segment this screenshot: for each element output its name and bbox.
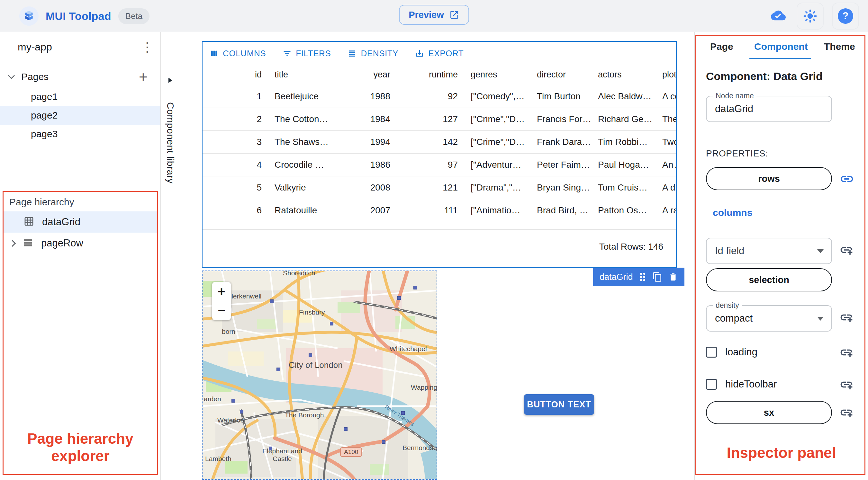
cell-runtime[interactable]: 127 [397,108,464,130]
column-header-genres[interactable]: genres [464,65,530,85]
cell-title[interactable]: Ratatouille [268,199,336,222]
tab-component[interactable]: Component [754,41,808,52]
table-row[interactable]: 4Crocodile …198697["Adventur…Peter Faim…… [203,153,676,176]
cell-year[interactable]: 2008 [336,176,397,199]
delete-icon[interactable] [669,272,678,282]
drag-handle-icon[interactable] [639,272,647,282]
help-button[interactable]: ? [832,3,859,30]
cell-plot[interactable]: A rat [656,199,676,222]
cell-year[interactable]: 1994 [336,130,397,153]
theme-toggle-button[interactable] [797,3,824,30]
cell-runtime[interactable]: 97 [397,153,464,176]
table-row[interactable]: 1Beetlejuice198892["Comedy",…Tim BurtonA… [203,85,676,108]
add-link-icon[interactable] [839,378,854,393]
table-row[interactable]: 2The Cotton…1984127["Crime","D…Francis F… [203,108,676,130]
cell-runtime[interactable]: 111 [397,199,464,222]
datagrid-selection-chip[interactable]: dataGrid [593,268,684,286]
add-link-icon[interactable] [839,406,854,421]
filters-button[interactable]: FILTERS [283,49,331,59]
column-header-title[interactable]: title [268,65,336,85]
hidetoolbar-checkbox[interactable] [706,379,717,390]
cell-id[interactable]: 4 [203,153,268,176]
cell-runtime[interactable]: 92 [397,85,464,108]
cell-year[interactable]: 2007 [336,199,397,222]
cell-genres[interactable]: ["Adventur… [464,153,530,176]
hierarchy-item-datagrid[interactable]: dataGrid [3,212,157,233]
cell-genres[interactable]: ["Animatio… [464,199,530,222]
cell-director[interactable]: Bryan Sing… [530,176,591,199]
tab-theme[interactable]: Theme [824,41,855,52]
duplicate-icon[interactable] [652,272,662,282]
cell-plot[interactable]: The s [656,108,676,130]
id-field-select[interactable]: Id field [706,238,832,264]
cell-title[interactable]: Beetlejuice [268,85,336,108]
zoom-out-button[interactable]: − [212,301,231,320]
cell-id[interactable]: 5 [203,176,268,199]
cell-director[interactable]: Brad Bird, … [530,199,591,222]
preview-button[interactable]: Preview [399,5,469,25]
cell-title[interactable]: The Shaws… [268,130,336,153]
cell-year[interactable]: 1984 [336,108,397,130]
cell-director[interactable]: Frank Dara… [530,130,591,153]
density-select[interactable]: density compact [706,305,832,331]
sx-property-button[interactable]: sx [706,401,832,424]
cell-plot[interactable]: An Am [656,153,676,176]
density-button[interactable]: DENSITY [347,49,398,59]
cell-director[interactable]: Francis For… [530,108,591,130]
cell-id[interactable]: 3 [203,130,268,153]
map-component[interactable]: ShoreditchClerkenwellFinsburybornWhitech… [202,270,437,480]
sidebar-item-page3[interactable]: page3 [0,125,160,143]
hierarchy-item-pagerow[interactable]: pageRow [3,233,157,254]
cell-actors[interactable]: Tim Robbi… [591,130,656,153]
cell-genres[interactable]: ["Crime","D… [464,130,530,153]
link-icon[interactable] [839,171,854,188]
rows-property-button[interactable]: rows [706,167,832,190]
cell-actors[interactable]: Tom Cruis… [591,176,656,199]
column-header-id[interactable]: id [203,65,268,85]
cell-director[interactable]: Tim Burton [530,85,591,108]
cell-year[interactable]: 1988 [336,85,397,108]
canvas-button-component[interactable]: BUTTON TEXT [524,394,594,415]
project-menu-button[interactable]: ⋮ [141,39,154,55]
pages-section-header[interactable]: Pages + [0,67,160,87]
selection-property-button[interactable]: selection [706,268,832,291]
cell-genres[interactable]: ["Crime","D… [464,108,530,130]
add-link-icon[interactable] [839,243,854,258]
table-row[interactable]: 5Valkyrie2008121["Drama","…Bryan Sing…To… [203,176,676,199]
cell-title[interactable]: The Cotton… [268,108,336,130]
cell-actors[interactable]: Alec Baldw… [591,85,656,108]
column-header-year[interactable]: year [336,65,397,85]
column-header-plot[interactable]: plot [656,65,676,85]
cell-year[interactable]: 1986 [336,153,397,176]
add-link-icon[interactable] [839,345,854,361]
add-page-button[interactable]: + [139,68,148,86]
export-button[interactable]: EXPORT [415,49,464,59]
sidebar-item-page1[interactable]: page1 [0,87,160,106]
cell-director[interactable]: Peter Faim… [530,153,591,176]
tab-page[interactable]: Page [710,41,733,52]
cell-plot[interactable]: A dra [656,176,676,199]
column-header-runtime[interactable]: runtime [397,65,464,85]
cell-genres[interactable]: ["Drama","… [464,176,530,199]
table-row[interactable]: 3The Shaws…1994142["Crime","D…Frank Dara… [203,130,676,153]
zoom-in-button[interactable]: + [212,282,231,301]
cell-title[interactable]: Crocodile … [268,153,336,176]
cell-runtime[interactable]: 121 [397,176,464,199]
node-name-field[interactable]: Node name dataGrid [706,96,832,122]
column-header-actors[interactable]: actors [591,65,656,85]
cell-genres[interactable]: ["Comedy",… [464,85,530,108]
expand-library-arrow-icon[interactable] [168,78,172,83]
columns-button[interactable]: COLUMNS [210,49,266,59]
cell-id[interactable]: 6 [203,199,268,222]
cell-plot[interactable]: Two i [656,130,676,153]
loading-checkbox[interactable] [706,347,717,358]
cell-plot[interactable]: A com [656,85,676,108]
sidebar-item-page2[interactable]: page2 [0,106,160,125]
cell-actors[interactable]: Richard Ge… [591,108,656,130]
cell-runtime[interactable]: 142 [397,130,464,153]
datagrid-component[interactable]: COLUMNS FILTERS DENSITY [202,41,677,268]
cell-title[interactable]: Valkyrie [268,176,336,199]
cell-id[interactable]: 2 [203,108,268,130]
cell-actors[interactable]: Paul Hoga… [591,153,656,176]
cell-id[interactable]: 1 [203,85,268,108]
